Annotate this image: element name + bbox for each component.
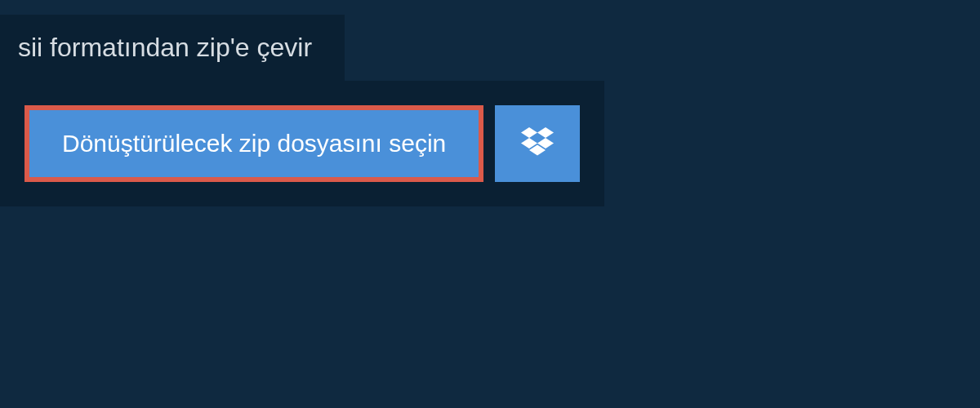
page-title-tab: sii formatından zip'e çevir [0, 15, 345, 81]
select-file-label: Dönüştürülecek zip dosyasını seçin [62, 130, 446, 157]
file-select-panel: Dönüştürülecek zip dosyasını seçin [0, 81, 604, 206]
select-file-button[interactable]: Dönüştürülecek zip dosyasını seçin [24, 105, 483, 182]
page-title: sii formatından zip'e çevir [18, 33, 312, 62]
dropbox-icon [521, 127, 554, 160]
dropbox-button[interactable] [495, 105, 580, 182]
